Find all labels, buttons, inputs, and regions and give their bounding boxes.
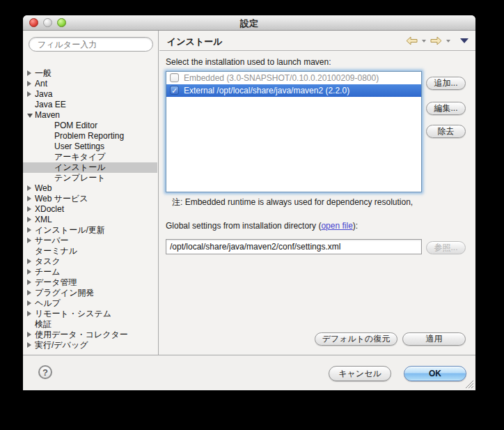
sidebar-item[interactable]: タスク (23, 256, 157, 267)
back-history-dropdown-icon[interactable] (422, 40, 426, 43)
sidebar-item[interactable]: 実行/デバッグ (23, 340, 157, 351)
sidebar-item-label: Java (35, 89, 52, 100)
global-settings-label-post: ): (353, 221, 358, 231)
forward-arrow-icon[interactable] (430, 36, 442, 45)
expand-arrow-icon[interactable] (27, 227, 31, 233)
sidebar-item[interactable]: ターミナル (23, 246, 157, 256)
resize-grip[interactable] (465, 380, 474, 389)
sidebar-item-label: チーム (35, 267, 61, 277)
select-installation-label: Select the installation used to launch m… (166, 57, 331, 67)
sidebar-item-label: 検証 (35, 319, 52, 330)
cancel-button[interactable]: キャンセル (329, 366, 391, 381)
back-arrow-icon[interactable] (406, 36, 418, 45)
expand-arrow-icon[interactable] (27, 311, 31, 316)
checkbox-checked-icon[interactable]: ✓ (170, 86, 179, 95)
sidebar-item-label: Web サービス (35, 194, 88, 204)
global-settings-label-pre: Global settings from installation direct… (166, 221, 321, 231)
edit-button[interactable]: 編集... (426, 102, 466, 115)
expand-arrow-icon[interactable] (27, 269, 31, 275)
page-title: インストール (167, 36, 223, 48)
preferences-sidebar: 一般AntJavaJava EEMavenPOM EditorProblem R… (23, 31, 159, 355)
sidebar-item[interactable]: Web サービス (23, 194, 157, 204)
sidebar-item-label: ターミナル (35, 246, 77, 256)
expand-arrow-icon[interactable] (27, 206, 31, 212)
sidebar-item[interactable]: User Settings (23, 141, 157, 152)
installation-label: Embedded (3.0-SNAPSHOT/0.10.0.20100209-0… (184, 72, 421, 84)
sidebar-item-label: Maven (35, 110, 60, 121)
ok-button[interactable]: OK (404, 366, 466, 381)
add-button[interactable]: 追加... (426, 77, 466, 90)
sidebar-item-label: XDoclet (35, 204, 64, 215)
sidebar-item[interactable]: Problem Reporting (23, 131, 157, 141)
sidebar-item[interactable]: Ant (23, 79, 157, 89)
sidebar-item-label: ヘルプ (35, 298, 61, 309)
forward-history-dropdown-icon[interactable] (446, 40, 450, 43)
open-file-link[interactable]: open file (321, 221, 352, 231)
sidebar-item[interactable]: 一般 (23, 68, 157, 79)
sidebar-item[interactable]: アーキタイプ (23, 152, 157, 162)
filter-input[interactable] (29, 37, 153, 52)
expand-arrow-icon[interactable] (27, 300, 31, 306)
sidebar-item[interactable]: テンプレート (23, 173, 157, 183)
sidebar-item-label: インストール/更新 (35, 225, 105, 236)
sidebar-item[interactable]: Java (23, 89, 157, 100)
expand-arrow-icon[interactable] (27, 91, 31, 97)
window-title: 設定 (23, 17, 475, 30)
installation-list[interactable]: Embedded (3.0-SNAPSHOT/0.10.0.20100209-0… (166, 71, 422, 192)
expand-arrow-icon[interactable] (27, 196, 31, 201)
expand-arrow-icon[interactable] (27, 185, 31, 191)
expand-arrow-icon[interactable] (27, 342, 31, 348)
panel-header: インストール (159, 31, 475, 51)
sidebar-item[interactable]: Maven (23, 110, 157, 121)
view-menu-icon[interactable] (460, 38, 468, 43)
checkbox-unchecked-icon[interactable] (170, 73, 179, 82)
sidebar-item[interactable]: 検証 (23, 319, 157, 330)
expand-arrow-icon[interactable] (27, 81, 31, 86)
preferences-window: 設定 一般AntJavaJava EEMavenPOM EditorProble… (23, 15, 475, 390)
expand-arrow-icon[interactable] (27, 259, 31, 264)
sidebar-item[interactable]: チーム (23, 267, 157, 277)
sidebar-item[interactable]: リモート・システム (23, 309, 157, 319)
installation-label: External /opt/local/share/java/maven2 (2… (184, 84, 421, 97)
sidebar-item-label: POM Editor (54, 121, 97, 131)
sidebar-item[interactable]: POM Editor (23, 121, 157, 131)
help-icon[interactable]: ? (38, 365, 52, 379)
sidebar-item[interactable]: サーバー (23, 236, 157, 246)
sidebar-item[interactable]: Web (23, 183, 157, 194)
settings-path-input[interactable] (166, 239, 422, 254)
sidebar-item-label: 実行/デバッグ (35, 340, 88, 351)
sidebar-item[interactable]: ヘルプ (23, 298, 157, 309)
expand-arrow-icon[interactable] (27, 279, 31, 285)
expand-arrow-icon[interactable] (27, 217, 31, 222)
sidebar-item[interactable]: XML (23, 215, 157, 225)
installation-row[interactable]: Embedded (3.0-SNAPSHOT/0.10.0.20100209-0… (166, 72, 421, 84)
sidebar-item[interactable]: XDoclet (23, 204, 157, 215)
sidebar-item-label: Ant (35, 79, 47, 89)
remove-button[interactable]: 除去 (426, 125, 466, 138)
sidebar-item[interactable]: プラグイン開発 (23, 288, 157, 298)
main-panel: インストール Select the installation used to l… (159, 31, 475, 355)
collapse-arrow-icon[interactable] (27, 114, 33, 118)
installation-row[interactable]: ✓External /opt/local/share/java/maven2 (… (166, 84, 421, 97)
apply-button[interactable]: 適用 (402, 332, 466, 346)
sidebar-item-label: プラグイン開発 (35, 288, 94, 298)
expand-arrow-icon[interactable] (27, 70, 31, 76)
expand-arrow-icon[interactable] (27, 332, 31, 337)
browse-button: 参照... (426, 241, 466, 254)
sidebar-item[interactable]: Java EE (23, 100, 157, 110)
sidebar-item-label: タスク (35, 256, 61, 267)
expand-arrow-icon[interactable] (27, 290, 31, 295)
preferences-tree: 一般AntJavaJava EEMavenPOM EditorProblem R… (23, 68, 157, 351)
title-bar[interactable]: 設定 (23, 15, 475, 31)
sidebar-item-label: 一般 (35, 68, 52, 79)
expand-arrow-icon[interactable] (27, 238, 31, 243)
sidebar-item[interactable]: 使用データ・コレクター (23, 330, 157, 340)
sidebar-item[interactable]: データ管理 (23, 277, 157, 288)
sidebar-item[interactable]: インストール/更新 (23, 225, 157, 236)
sidebar-item-label: リモート・システム (35, 309, 111, 319)
restore-defaults-button[interactable]: デフォルトの復元 (315, 332, 397, 346)
embedded-runtime-note: 注: Embedded runtime is always used for d… (172, 197, 413, 208)
sidebar-item-label: Problem Reporting (54, 131, 124, 141)
sidebar-item[interactable]: インストール (23, 162, 157, 173)
sidebar-item-label: サーバー (35, 236, 69, 246)
